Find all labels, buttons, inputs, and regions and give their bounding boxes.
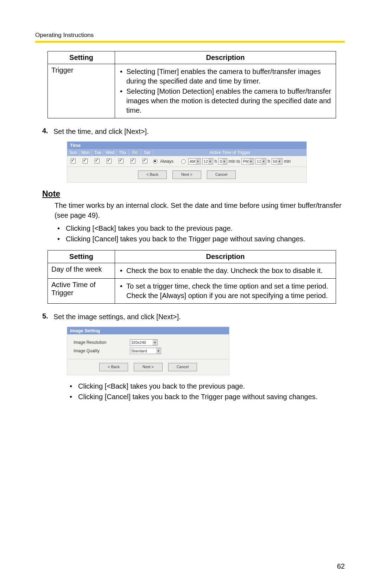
dialog-buttons: < Back Next > Cancel (67, 359, 229, 375)
day-checkbox-mon[interactable] (83, 159, 88, 163)
always-radio[interactable] (153, 159, 158, 164)
col-description: Description (115, 51, 336, 64)
day-checkbox-thu[interactable] (119, 159, 124, 163)
h-label: h (215, 159, 217, 164)
h-label-2: h (268, 159, 270, 164)
time-options: Always AM 12 h 0 min to PM 11 h 59 min (151, 158, 306, 165)
note-item: Clicking [Cancel] takes you back to the … (55, 234, 345, 244)
dialog-title: Image Setting (67, 327, 229, 334)
day-header: Fri (129, 149, 141, 156)
always-label: Always (160, 159, 173, 164)
from-hour-select[interactable]: 12 (202, 158, 213, 165)
cell-description: Check the box to enable the day. Uncheck… (115, 263, 336, 279)
dialog-buttons: < Back Next > Cancel (67, 167, 306, 182)
step-5: 5. Set the image settings, and click [Ne… (42, 312, 345, 322)
cancel-button[interactable]: Cancel (207, 171, 236, 179)
to-hour-select[interactable]: 11 (255, 158, 266, 165)
time-dialog: Time Sun Mon Tue Wed Thu Fri Sat Active … (67, 141, 307, 183)
quality-label: Image Quality (74, 348, 130, 353)
settings-table-1: Setting Description Trigger Selecting [T… (48, 51, 336, 118)
day-checkbox-fri[interactable] (131, 159, 135, 163)
post-item: Clicking [<Back] takes you back to the p… (67, 382, 345, 391)
step-number: 4. (42, 127, 53, 136)
day-header: Thu (116, 149, 129, 156)
note-item: Clicking [<Back] takes you back to the p… (55, 224, 345, 234)
image-setting-dialog: Image Setting Image Resolution 320x240 I… (67, 327, 229, 375)
col-description: Description (115, 250, 336, 263)
day-header: Mon (80, 149, 92, 156)
page: Operating Instructions Setting Descripti… (0, 0, 380, 588)
to-ampm-select[interactable]: PM (241, 158, 254, 165)
min-to-label: min to (229, 159, 240, 164)
page-number: 62 (337, 562, 345, 570)
step-text: Set the image settings, and click [Next>… (53, 312, 181, 322)
image-dialog-body: Image Resolution 320x240 Image Quality S… (67, 334, 229, 359)
day-header: Wed (104, 149, 116, 156)
settings-table-2: Setting Description Day of the week Chec… (48, 250, 336, 304)
desc-bullet: To set a trigger time, check the time op… (119, 281, 332, 301)
desc-bullet: Selecting [Motion Detection] enables the… (119, 87, 332, 115)
day-checkbox-sun[interactable] (71, 159, 76, 163)
back-button[interactable]: < Back (99, 363, 128, 371)
step-4: 4. Set the time, and click [Next>]. (42, 127, 345, 136)
from-min-select[interactable]: 0 (218, 158, 227, 165)
post-item: Clicking [Cancel] takes you back to the … (67, 392, 345, 402)
day-header: Tue (92, 149, 104, 156)
step-number: 5. (42, 312, 53, 322)
col-setting: Setting (48, 250, 115, 263)
time-body-row: Always AM 12 h 0 min to PM 11 h 59 min (67, 156, 306, 167)
day-header: Sun (67, 149, 80, 156)
dialog-title: Time (67, 142, 306, 149)
header-rule (35, 41, 345, 43)
col-setting: Setting (48, 51, 115, 64)
header-label: Operating Instructions (35, 32, 345, 39)
desc-bullet: Selecting [Timer] enables the camera to … (119, 67, 332, 86)
resolution-label: Image Resolution (74, 340, 130, 345)
cell-setting: Active Time of Trigger (48, 279, 115, 304)
timerange-radio[interactable] (181, 159, 186, 164)
next-button[interactable]: Next > (134, 363, 163, 371)
post-list: Clicking [<Back] takes you back to the p… (67, 382, 345, 402)
min-label: min (284, 159, 291, 164)
note-body: The timer works by an internal clock. Se… (55, 201, 345, 220)
note-list: Clicking [<Back] takes you back to the p… (55, 224, 345, 244)
to-min-select[interactable]: 59 (272, 158, 283, 165)
quality-select[interactable]: Standard (130, 348, 161, 354)
day-checkbox-sat[interactable] (142, 159, 147, 163)
day-header: Sat (141, 149, 153, 156)
cancel-button[interactable]: Cancel (168, 363, 197, 371)
next-button[interactable]: Next > (172, 171, 201, 179)
desc-bullet: Check the box to enable the day. Uncheck… (119, 266, 332, 276)
active-time-header: Active Time of Trigger (153, 149, 306, 156)
day-checkbox-tue[interactable] (95, 159, 100, 163)
time-header-row: Sun Mon Tue Wed Thu Fri Sat Active Time … (67, 149, 306, 156)
back-button[interactable]: < Back (138, 171, 167, 179)
cell-description: Selecting [Timer] enables the camera to … (115, 64, 336, 118)
from-ampm-select[interactable]: AM (188, 158, 201, 165)
step-text: Set the time, and click [Next>]. (53, 127, 149, 136)
cell-setting: Day of the week (48, 263, 115, 279)
cell-description: To set a trigger time, check the time op… (115, 279, 336, 304)
note-heading: Note (42, 189, 345, 199)
day-checkbox-wed[interactable] (107, 159, 112, 163)
cell-setting: Trigger (48, 64, 115, 118)
resolution-select[interactable]: 320x240 (130, 339, 158, 346)
